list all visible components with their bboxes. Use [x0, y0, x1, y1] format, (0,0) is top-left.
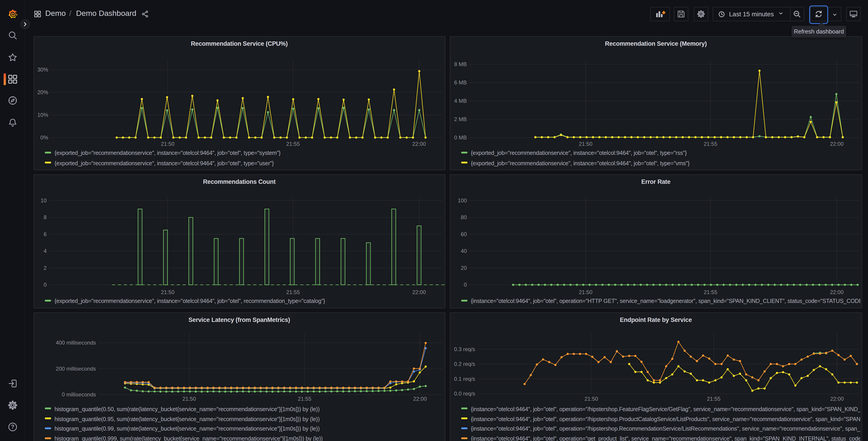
svg-text:22:00: 22:00	[412, 289, 426, 295]
svg-text:0.3 req/s: 0.3 req/s	[454, 346, 475, 352]
svg-text:6 MB: 6 MB	[454, 79, 467, 85]
svg-text:0%: 0%	[40, 134, 48, 140]
svg-text:21:50: 21:50	[579, 289, 592, 295]
svg-text:200 milliseconds: 200 milliseconds	[56, 365, 96, 372]
svg-text:10%: 10%	[37, 112, 48, 118]
svg-text:10: 10	[40, 197, 46, 203]
svg-text:8: 8	[43, 214, 46, 220]
svg-text:20: 20	[461, 265, 467, 271]
svg-text:20%: 20%	[37, 89, 48, 95]
svg-text:21:50: 21:50	[579, 141, 592, 147]
svg-text:22:00: 22:00	[830, 141, 843, 147]
svg-text:0 milliseconds: 0 milliseconds	[62, 391, 96, 397]
svg-text:22:00: 22:00	[830, 395, 843, 402]
svg-text:0.2 req/s: 0.2 req/s	[454, 361, 475, 367]
svg-text:21:50: 21:50	[161, 141, 174, 147]
svg-text:4: 4	[43, 248, 46, 254]
svg-text:2 MB: 2 MB	[454, 116, 467, 122]
svg-text:40: 40	[461, 248, 467, 254]
svg-text:2: 2	[43, 265, 46, 271]
svg-text:8 MB: 8 MB	[454, 61, 467, 67]
svg-text:4 MB: 4 MB	[454, 97, 467, 104]
svg-text:100: 100	[458, 197, 467, 203]
svg-text:21:50: 21:50	[584, 395, 598, 402]
svg-text:?: ?	[11, 423, 14, 430]
svg-text:0 MB: 0 MB	[454, 134, 467, 140]
svg-text:60: 60	[461, 231, 467, 237]
svg-text:400 milliseconds: 400 milliseconds	[56, 340, 96, 346]
svg-text:6: 6	[43, 231, 46, 237]
svg-text:22:00: 22:00	[413, 395, 427, 402]
svg-text:21:55: 21:55	[704, 289, 717, 295]
svg-text:21:55: 21:55	[707, 395, 720, 402]
svg-text:0.0 req/s: 0.0 req/s	[454, 390, 475, 396]
svg-text:21:50: 21:50	[161, 289, 174, 295]
svg-text:21:55: 21:55	[286, 141, 300, 147]
svg-text:30%: 30%	[37, 66, 48, 72]
svg-text:22:00: 22:00	[412, 141, 426, 147]
svg-text:21:55: 21:55	[704, 141, 717, 147]
svg-text:21:55: 21:55	[298, 395, 311, 402]
svg-text:0: 0	[43, 282, 46, 288]
svg-text:0: 0	[464, 282, 467, 288]
svg-text:22:00: 22:00	[830, 289, 843, 295]
svg-text:21:50: 21:50	[182, 395, 196, 402]
svg-text:0.1 req/s: 0.1 req/s	[454, 376, 475, 382]
svg-text:21:55: 21:55	[286, 289, 300, 295]
svg-text:80: 80	[461, 214, 467, 220]
